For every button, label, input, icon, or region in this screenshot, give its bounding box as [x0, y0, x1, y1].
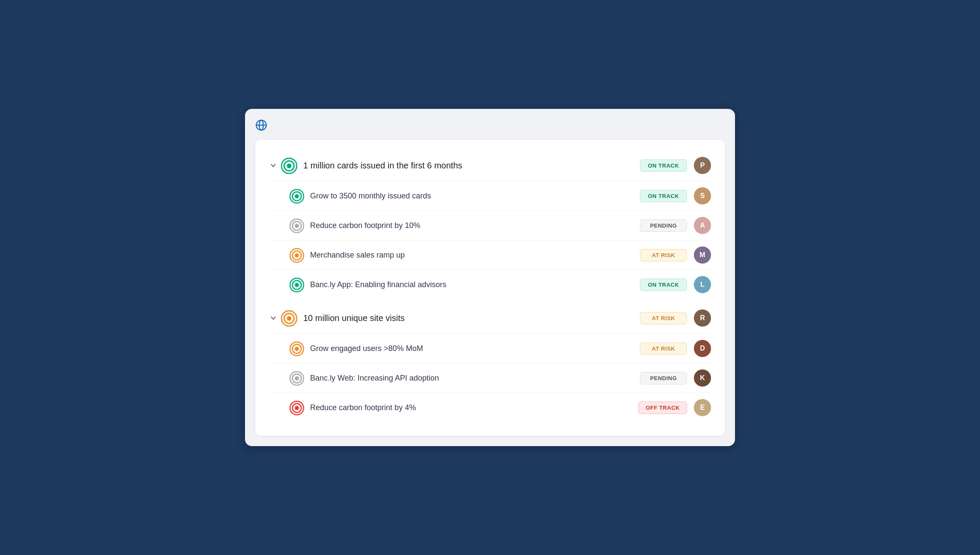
goal-title: 10 million unique site visits	[303, 313, 640, 323]
goal-icon	[281, 158, 296, 173]
goal-title: Merchandise sales ramp up	[310, 251, 640, 260]
window: 1 million cards issued in the first 6 mo…	[245, 109, 735, 446]
svg-point-23	[295, 347, 299, 351]
goals-card: 1 million cards issued in the first 6 mo…	[255, 140, 725, 436]
avatar: P	[694, 157, 711, 174]
goal-icon	[290, 248, 303, 262]
avatar: S	[694, 187, 711, 204]
goal-icon	[290, 401, 303, 414]
avatar: R	[694, 309, 711, 327]
goal-row-child: Reduce carbon footprint by 4% OFF TRACK …	[269, 393, 711, 422]
avatar: K	[694, 369, 711, 387]
svg-point-17	[295, 283, 299, 287]
avatar: A	[694, 217, 711, 234]
goal-title: Banc.ly App: Enabling financial advisors	[310, 280, 640, 289]
goal-row-child: Grow to 3500 monthly issued cards ON TRA…	[269, 181, 711, 211]
avatar: E	[694, 399, 711, 416]
goal-row-child: Merchandise sales ramp up AT RISK M	[269, 240, 711, 270]
goal-row-child: Banc.ly Web: Increasing API adoption PEN…	[269, 363, 711, 393]
status-badge: ON TRACK	[640, 159, 687, 172]
svg-point-29	[295, 406, 299, 410]
goal-icon	[290, 189, 303, 203]
svg-point-26	[295, 376, 299, 380]
goal-row-child: Grow engaged users >80% MoM AT RISK D	[269, 334, 711, 363]
chevron-icon[interactable]	[269, 161, 278, 170]
avatar: L	[694, 276, 711, 293]
status-badge: ON TRACK	[640, 190, 687, 202]
status-badge: ON TRACK	[640, 279, 687, 291]
svg-point-14	[295, 253, 299, 257]
goal-icon	[290, 219, 303, 232]
globe-icon	[255, 119, 267, 131]
goal-title: 1 million cards issued in the first 6 mo…	[303, 161, 640, 171]
goal-title: Reduce carbon footprint by 10%	[310, 221, 640, 230]
goal-row-parent: 10 million unique site visits AT RISK R	[269, 303, 711, 334]
goal-section-1: 10 million unique site visits AT RISK R …	[269, 303, 711, 422]
goal-section-0: 1 million cards issued in the first 6 mo…	[269, 150, 711, 299]
status-badge: AT RISK	[640, 312, 687, 324]
goal-row-child: Banc.ly App: Enabling financial advisors…	[269, 270, 711, 299]
goal-icon	[281, 310, 296, 326]
avatar: D	[694, 340, 711, 357]
status-badge: AT RISK	[640, 342, 687, 355]
chevron-icon[interactable]	[269, 314, 278, 322]
status-badge: PENDING	[640, 372, 687, 384]
goals-list: 1 million cards issued in the first 6 mo…	[269, 150, 711, 422]
goal-title: Grow engaged users >80% MoM	[310, 344, 640, 353]
svg-point-5	[287, 164, 292, 168]
svg-point-11	[295, 224, 299, 228]
goal-title: Reduce carbon footprint by 4%	[310, 403, 638, 412]
status-badge: OFF TRACK	[638, 402, 687, 414]
goal-icon	[290, 371, 303, 385]
window-header	[255, 119, 725, 131]
status-badge: PENDING	[640, 219, 687, 232]
goal-title: Banc.ly Web: Increasing API adoption	[310, 374, 640, 383]
svg-point-8	[295, 194, 299, 198]
status-badge: AT RISK	[640, 249, 687, 261]
goal-icon	[290, 278, 303, 291]
svg-point-20	[287, 316, 292, 321]
avatar: M	[694, 246, 711, 264]
goal-icon	[290, 342, 303, 355]
goal-row-parent: 1 million cards issued in the first 6 mo…	[269, 150, 711, 181]
goal-row-child: Reduce carbon footprint by 10% PENDING A	[269, 211, 711, 240]
goal-title: Grow to 3500 monthly issued cards	[310, 192, 640, 201]
